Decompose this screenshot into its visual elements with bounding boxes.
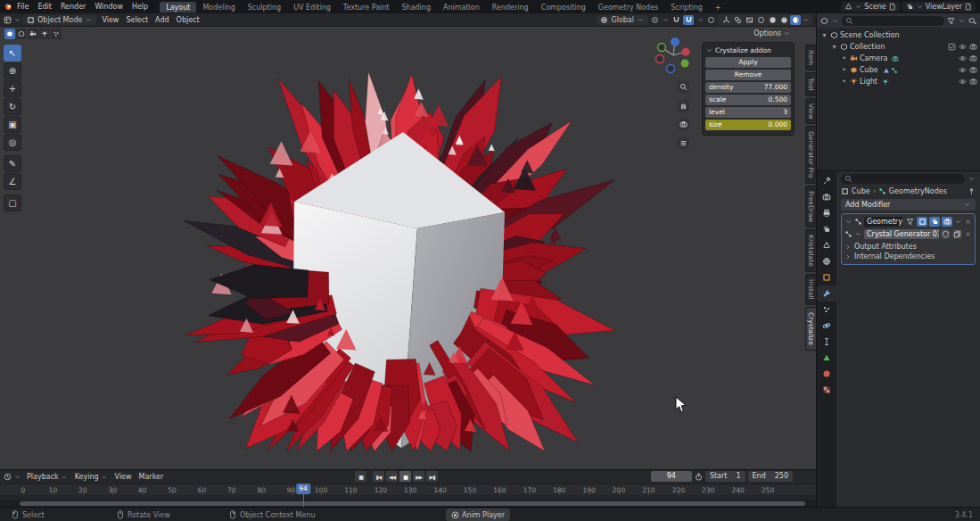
shading-wireframe[interactable] bbox=[755, 15, 766, 25]
edit-mode-display-toggle[interactable] bbox=[904, 217, 915, 227]
viewport-menu-select[interactable]: Select bbox=[122, 16, 152, 24]
workspace-add-button[interactable]: + bbox=[709, 2, 728, 12]
properties-tab-texture[interactable] bbox=[817, 382, 836, 398]
frame-end-field[interactable]: End 250 bbox=[748, 471, 793, 482]
workspace-tab-layout[interactable]: Layout bbox=[160, 2, 196, 12]
current-frame-field[interactable]: 94 bbox=[651, 471, 692, 482]
sidebar-tab-install[interactable]: Install bbox=[805, 274, 816, 305]
playhead[interactable]: 94 bbox=[296, 484, 310, 494]
scene-selector[interactable]: Scene bbox=[841, 2, 899, 12]
pin-icon[interactable] bbox=[968, 187, 976, 195]
timeline-editor-icon[interactable] bbox=[4, 473, 12, 481]
rotate-tool[interactable]: ↻ bbox=[4, 98, 21, 115]
disclosure-icon[interactable]: ▾ bbox=[820, 31, 828, 39]
hide-viewport-icon[interactable] bbox=[959, 43, 967, 51]
filter-icon[interactable] bbox=[947, 17, 955, 25]
next-keyframe-button[interactable]: ▶▶ bbox=[413, 471, 424, 482]
properties-tab-output[interactable] bbox=[817, 205, 836, 221]
scrollbar-handle[interactable] bbox=[20, 501, 805, 506]
disclosure-icon[interactable]: • bbox=[840, 66, 848, 74]
proportional-editing-icon[interactable] bbox=[707, 16, 715, 24]
new-scene-icon[interactable] bbox=[888, 3, 896, 11]
outliner-item-label[interactable]: Camera bbox=[860, 54, 887, 62]
perspective-toggle-button[interactable] bbox=[677, 136, 690, 150]
menu-window[interactable]: Window bbox=[90, 3, 128, 11]
annotate-tool[interactable]: ✎ bbox=[4, 155, 21, 172]
checkbox-icon[interactable] bbox=[948, 43, 956, 51]
hide-viewport-icon[interactable] bbox=[959, 66, 967, 74]
camera-view-button[interactable] bbox=[677, 118, 690, 131]
collapse-icon[interactable] bbox=[844, 218, 852, 226]
timeline-menu-playback[interactable]: Playback bbox=[23, 473, 71, 481]
properties-tab-tool[interactable] bbox=[817, 173, 836, 189]
zoom-button[interactable] bbox=[677, 80, 690, 94]
properties-tab-object-data[interactable] bbox=[817, 350, 836, 366]
properties-tab-object[interactable] bbox=[817, 269, 836, 285]
blender-logo[interactable] bbox=[4, 3, 12, 11]
move-tool[interactable]: + bbox=[4, 80, 21, 97]
object-visibility-toggle-2[interactable] bbox=[16, 29, 27, 39]
fake-user-button[interactable] bbox=[941, 229, 951, 239]
outliner-item-label[interactable]: Collection bbox=[850, 43, 885, 51]
workspace-tab-uv-editing[interactable]: UV Editing bbox=[287, 2, 337, 12]
hide-render-icon[interactable] bbox=[969, 66, 977, 74]
sidebar-tab-item[interactable]: Item bbox=[805, 45, 816, 70]
workspace-tab-scripting[interactable]: Scripting bbox=[664, 2, 709, 12]
workspace-tab-texture-paint[interactable]: Texture Paint bbox=[337, 2, 396, 12]
sidebar-tab-kristalate[interactable]: Kristalate bbox=[805, 229, 816, 272]
snap-magnet-icon[interactable] bbox=[672, 16, 680, 24]
sidebar-tab-freedraw[interactable]: FreeDraw bbox=[805, 186, 816, 228]
menu-file[interactable]: File bbox=[12, 3, 33, 11]
workspace-tab-rendering[interactable]: Rendering bbox=[486, 2, 535, 12]
show-gizmo-toggle[interactable] bbox=[721, 15, 731, 25]
viewport-toggle[interactable] bbox=[929, 217, 940, 227]
workspace-tab-modeling[interactable]: Modeling bbox=[196, 2, 241, 12]
add-cube-tool[interactable]: ▢ bbox=[4, 194, 21, 211]
view-layer-selector[interactable]: ViewLayer bbox=[902, 2, 976, 12]
previous-keyframe-button[interactable]: ◀◀ bbox=[386, 471, 398, 482]
section-internal-dependencies[interactable]: Internal Dependencies bbox=[844, 252, 972, 261]
options-dropdown[interactable]: Options bbox=[754, 29, 791, 37]
modifier-extras-icon[interactable] bbox=[954, 218, 962, 226]
outliner-row-light[interactable]: •Light bbox=[817, 76, 980, 87]
sidebar-tab-crystalize[interactable]: Crystalize bbox=[805, 307, 816, 351]
scene-name[interactable]: Scene bbox=[864, 3, 885, 11]
measure-tool[interactable]: ∠ bbox=[4, 173, 21, 190]
workspace-tab-geometry-nodes[interactable]: Geometry Nodes bbox=[592, 2, 664, 12]
workspace-tab-compositing[interactable]: Compositing bbox=[535, 2, 592, 12]
workspace-tab-shading[interactable]: Shading bbox=[395, 2, 437, 12]
workspace-tab-animation[interactable]: Animation bbox=[437, 2, 486, 12]
apply-button[interactable]: Apply bbox=[705, 57, 791, 68]
breadcrumb-data[interactable]: GeometryNodes bbox=[889, 187, 947, 195]
hide-viewport-icon[interactable] bbox=[959, 54, 967, 62]
viewport-menu-object[interactable]: Object bbox=[173, 16, 203, 24]
render-toggle[interactable] bbox=[942, 217, 952, 227]
stop-button[interactable]: ■ bbox=[355, 471, 366, 482]
properties-tab-constraints[interactable] bbox=[817, 334, 836, 350]
density-field[interactable]: density77.000 bbox=[705, 82, 791, 93]
shading-material[interactable] bbox=[778, 15, 789, 25]
disclosure-icon[interactable]: • bbox=[840, 54, 848, 62]
scale-field[interactable]: scale0.500 bbox=[705, 95, 791, 105]
menu-render[interactable]: Render bbox=[56, 3, 90, 11]
navigation-gizmo[interactable] bbox=[654, 36, 693, 75]
properties-search-input[interactable] bbox=[841, 174, 965, 184]
pivot-point-icon[interactable] bbox=[651, 16, 659, 24]
properties-tab-view-layer[interactable] bbox=[817, 221, 836, 237]
level-field[interactable]: level3 bbox=[705, 107, 791, 118]
timeline-menu-marker[interactable]: Marker bbox=[136, 473, 168, 481]
sidebar-tab-generator-pro[interactable]: Generator Pro bbox=[805, 126, 816, 183]
remove-button[interactable]: Remove bbox=[705, 70, 791, 80]
node-group-field[interactable]: Crystal Generator 01.002_001... bbox=[864, 229, 939, 239]
hide-render-icon[interactable] bbox=[969, 43, 977, 51]
view-layer-name[interactable]: ViewLayer bbox=[926, 3, 962, 11]
outliner-row-camera[interactable]: •Camera bbox=[817, 53, 980, 64]
unlink-icon[interactable] bbox=[964, 230, 972, 238]
auto-keying-icon[interactable] bbox=[695, 473, 703, 481]
disclosure-icon[interactable]: • bbox=[840, 78, 848, 86]
mode-selector[interactable]: Object Mode bbox=[23, 15, 96, 25]
timeline-ruler[interactable]: 0102030405060708090100110120130140150160… bbox=[0, 484, 816, 507]
jump-to-start-button[interactable]: ▮◀ bbox=[373, 471, 384, 482]
pan-button[interactable] bbox=[677, 99, 690, 112]
display-mode-icon[interactable] bbox=[820, 17, 828, 25]
